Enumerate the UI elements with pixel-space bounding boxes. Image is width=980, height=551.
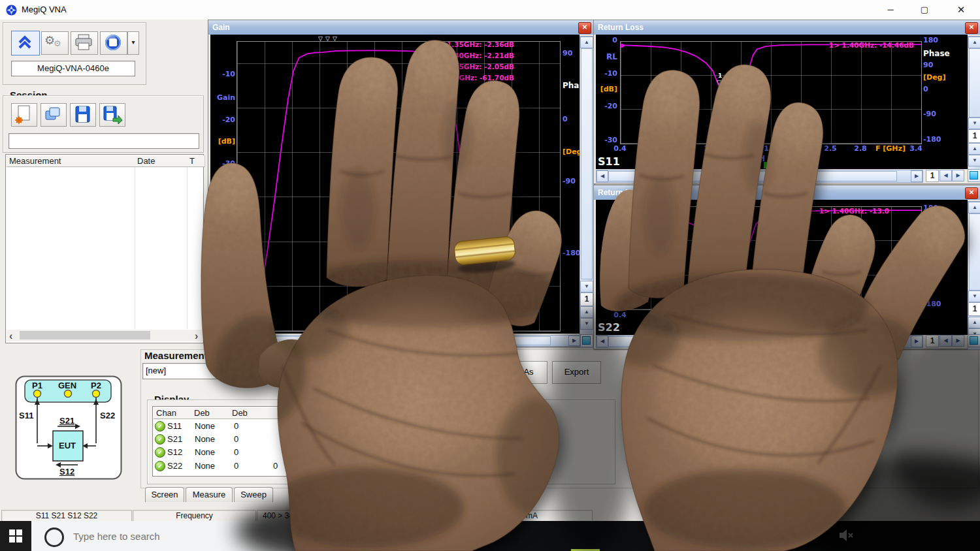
search-input[interactable] <box>72 526 336 546</box>
save-session-button[interactable] <box>70 103 96 127</box>
check-icon[interactable]: ✓ <box>155 434 165 445</box>
scale-up-icon[interactable]: ▲ <box>580 306 593 318</box>
deb-cell[interactable]: None <box>195 461 215 471</box>
export-session-button[interactable] <box>99 103 125 127</box>
marker-triangle-icon[interactable]: ▽ <box>318 35 323 42</box>
scroll-up-icon[interactable]: ▲ <box>580 37 593 48</box>
column-header-deb[interactable]: Deb <box>191 407 232 419</box>
scroll-left-icon[interactable]: ◀ <box>211 336 223 346</box>
scale-down-icon[interactable]: ▼ <box>968 155 980 166</box>
partial-button-through[interactable]: ough <box>482 458 500 467</box>
pan-spinner[interactable]: 1 <box>926 170 939 182</box>
stop-dropdown-button[interactable]: ▾ <box>127 31 139 55</box>
stop-button[interactable] <box>100 31 127 55</box>
print-button[interactable] <box>71 31 98 55</box>
check-icon[interactable]: ✓ <box>155 421 165 432</box>
scroll-down-icon[interactable]: ▼ <box>580 281 593 292</box>
scroll-thumb[interactable] <box>969 213 980 291</box>
deb-cell[interactable]: None <box>195 447 215 457</box>
save-as-button[interactable]: As <box>510 361 547 384</box>
deb2-cell[interactable]: 0 <box>234 421 238 431</box>
deb-cell[interactable]: None <box>195 421 215 431</box>
tab-measure[interactable]: Measure <box>186 487 233 502</box>
scale-down-icon[interactable]: ▼ <box>580 318 593 330</box>
rl2-close-button[interactable]: ✕ <box>965 187 978 199</box>
deb2-cell[interactable]: 0 <box>234 434 238 444</box>
column-header-deb2[interactable]: Deb <box>229 407 312 419</box>
deb-cell[interactable]: None <box>195 434 215 444</box>
graph-maximize-button[interactable] <box>968 169 980 182</box>
cortana-icon[interactable] <box>44 527 64 547</box>
gain-hscrollbar[interactable]: ◀ ▶ <box>210 335 581 347</box>
rl2-hscrollbar[interactable]: ◀ ▶ <box>596 335 923 348</box>
deb2-cell[interactable]: 0 <box>234 461 238 471</box>
column-header-t[interactable]: T <box>187 155 205 167</box>
scroll-right-icon[interactable]: ▶ <box>911 170 923 182</box>
maximize-button[interactable]: ▢ <box>909 0 939 20</box>
settings-button[interactable]: ⚙ ⚙ <box>41 31 69 55</box>
scroll-thumb[interactable] <box>581 48 593 279</box>
gain-close-button[interactable]: ✕ <box>578 22 591 34</box>
scroll-right-icon[interactable]: ▶ <box>911 336 923 347</box>
gain-window-title[interactable]: Gain <box>208 20 594 35</box>
scroll-thumb[interactable] <box>608 171 897 181</box>
scale-spinner[interactable]: 1 <box>968 129 980 143</box>
export-button[interactable]: Export <box>552 361 601 384</box>
rl1-hscrollbar[interactable]: ◀ ▶ <box>596 170 923 183</box>
minimize-button[interactable]: ─ <box>875 0 906 20</box>
volume-muted-icon[interactable] <box>838 528 854 543</box>
deb2-cell[interactable]: 0 <box>234 447 238 457</box>
scale-spinner[interactable]: 1 <box>580 292 593 306</box>
pan-right-icon[interactable]: ▶ <box>952 170 964 181</box>
marker-triangle-icon[interactable]: ▽ <box>717 79 721 86</box>
tab-display[interactable]: Display <box>472 485 518 502</box>
gain-vscrollbar[interactable]: ▲ ▼ 1 ▲ ▼ <box>580 36 594 336</box>
scroll-down-icon[interactable]: ▼ <box>968 118 980 129</box>
list-hscrollbar[interactable]: ‹ › <box>7 330 202 341</box>
check-icon[interactable]: ✓ <box>155 461 165 471</box>
pan-left-icon[interactable]: ◀ <box>939 170 952 181</box>
scroll-thumb[interactable] <box>20 331 150 339</box>
tab-screen[interactable]: Screen <box>145 487 184 502</box>
scroll-right-icon[interactable]: › <box>195 330 198 342</box>
scroll-left-icon[interactable]: ◀ <box>596 170 608 182</box>
rl2-vscrollbar[interactable]: ▲ ▼ 1 ▲ ▼ <box>968 201 980 350</box>
chan-cell[interactable]: S22 <box>167 461 182 471</box>
graph-maximize-button[interactable] <box>580 334 593 347</box>
marker-triangle-icon[interactable]: ▽ <box>325 35 330 42</box>
check-icon[interactable]: ✓ <box>155 447 165 458</box>
scale-spinner[interactable]: 1 <box>968 302 980 316</box>
column-header-date[interactable]: Date <box>135 155 189 167</box>
column-header-chan[interactable]: Chan <box>154 407 194 419</box>
scroll-thumb[interactable] <box>608 336 897 347</box>
scroll-right-icon[interactable]: ▶ <box>568 336 580 346</box>
rl1-window-title[interactable]: Return Loss <box>594 20 980 35</box>
scroll-up-icon[interactable]: ▲ <box>968 202 980 213</box>
scale-up-icon[interactable]: ▲ <box>968 317 980 328</box>
column-header-measurement[interactable]: Measurement <box>7 155 137 167</box>
search-bar[interactable] <box>31 521 453 551</box>
rl1-close-button[interactable]: ✕ <box>965 22 978 34</box>
device-id-field[interactable]: MegiQ-VNA-0460e <box>11 61 135 76</box>
chan-cell[interactable]: S21 <box>167 434 182 444</box>
graph-maximize-button[interactable] <box>968 334 980 347</box>
scale-up-icon[interactable]: ▲ <box>968 143 980 155</box>
scroll-left-icon[interactable]: ‹ <box>9 330 12 342</box>
marker-triangle-icon[interactable]: ▽ <box>333 35 337 42</box>
chan-cell[interactable]: S11 <box>167 421 182 431</box>
start-button[interactable] <box>0 521 31 551</box>
connect-button[interactable] <box>11 31 40 55</box>
scroll-left-icon[interactable]: ◀ <box>596 336 608 347</box>
measurement-name-field[interactable]: [new] <box>142 363 512 379</box>
pan-spinner[interactable]: 1 <box>926 335 939 347</box>
session-name-input[interactable] <box>8 133 199 149</box>
rl2-plot[interactable] <box>620 206 922 310</box>
open-session-button[interactable] <box>41 103 67 127</box>
gain-plot[interactable] <box>237 41 561 332</box>
pan-left-icon[interactable]: ◀ <box>939 335 952 347</box>
rl1-vscrollbar[interactable]: ▲ ▼ 1 ▲ ▼ <box>968 36 980 170</box>
close-button[interactable]: ✕ <box>946 0 976 20</box>
chan-cell[interactable]: S12 <box>167 447 182 457</box>
scroll-thumb[interactable] <box>969 48 980 118</box>
rl1-plot[interactable] <box>620 41 922 144</box>
